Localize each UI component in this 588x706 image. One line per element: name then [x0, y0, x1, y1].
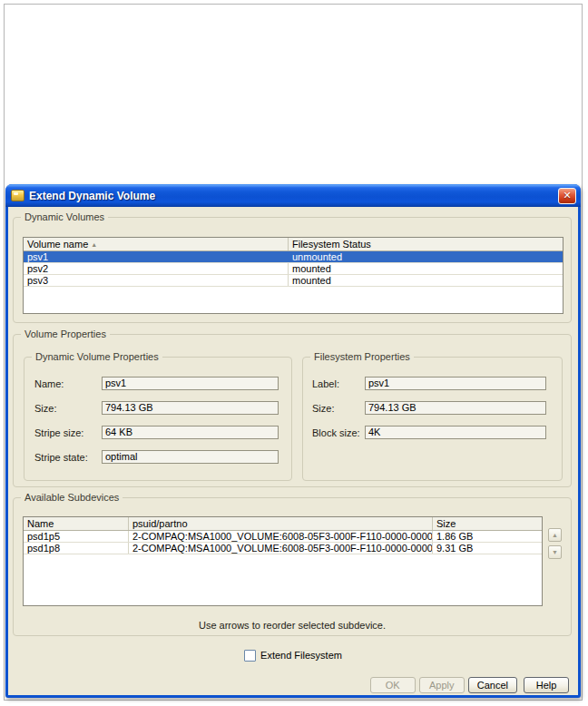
name-field[interactable]: psv1: [102, 377, 279, 390]
filesystem-properties-group: Filesystem Properties Label: psv1 Size: …: [302, 357, 563, 481]
column-header-psuid-partno-label: psuid/partno: [132, 518, 188, 529]
size-field[interactable]: 794.13 GB: [102, 401, 279, 415]
dynamic-volumes-group: Dynamic Volumes Volume name ▲ Filesystem…: [13, 217, 572, 323]
label-label: Label:: [312, 378, 365, 389]
name-row: Name: psv1: [24, 377, 291, 390]
window-icon: [11, 190, 24, 201]
dialog-body: Dynamic Volumes Volume name ▲ Filesystem…: [8, 207, 578, 695]
extend-filesystem-checkbox[interactable]: [244, 650, 256, 662]
label-row: Label: psv1: [303, 377, 562, 390]
filesystem-properties-group-label: Filesystem Properties: [310, 350, 414, 363]
sort-ascending-icon: ▲: [91, 241, 97, 248]
dynamic-volumes-group-label: Dynamic Volumes: [21, 211, 108, 223]
volume-properties-group-label: Volume Properties: [21, 328, 110, 340]
column-header-size[interactable]: Size: [433, 517, 542, 530]
stripe-size-field[interactable]: 64 KB: [102, 426, 279, 439]
block-size-label: Block size:: [312, 427, 365, 438]
subdevice-name-cell: psd1p5: [24, 531, 129, 542]
volume-name-cell: psv2: [24, 263, 289, 274]
volume-name-cell: psv3: [24, 275, 289, 286]
column-header-filesystem-status-label: Filesystem Status: [292, 239, 371, 250]
extend-filesystem-label: Extend Filesystem: [260, 650, 342, 661]
ok-button[interactable]: OK: [370, 677, 416, 693]
close-icon: ✕: [563, 190, 571, 201]
column-header-volume-name-label: Volume name: [27, 239, 88, 250]
stripe-size-label: Stripe size:: [34, 427, 102, 438]
fs-size-field[interactable]: 794.13 GB: [365, 401, 546, 415]
extend-dynamic-volume-dialog: Extend Dynamic Volume ✕ Dynamic Volumes …: [5, 184, 581, 698]
block-size-field[interactable]: 4K: [365, 426, 546, 439]
stripe-state-label: Stripe state:: [34, 452, 102, 463]
arrow-down-icon: ▼: [552, 549, 558, 555]
stripe-state-field[interactable]: optimal: [102, 450, 279, 464]
table-row-psv1[interactable]: psv1 unmounted: [24, 251, 563, 263]
column-header-volume-name[interactable]: Volume name ▲: [24, 238, 289, 250]
table-row-psv3[interactable]: psv3 mounted: [24, 275, 563, 287]
move-up-button[interactable]: ▲: [548, 528, 562, 542]
available-subdevices-group-label: Available Subdevices: [21, 491, 122, 504]
column-header-name[interactable]: Name: [24, 517, 129, 530]
volume-name-cell: psv1: [24, 251, 289, 262]
subdevice-name-cell: psd1p8: [24, 543, 129, 554]
fs-size-row: Size: 794.13 GB: [303, 401, 562, 415]
table-row-psv2[interactable]: psv2 mounted: [24, 263, 563, 275]
filesystem-status-cell: mounted: [289, 275, 563, 286]
cancel-button[interactable]: Cancel: [468, 677, 517, 693]
subdevice-psuid-cell: 2-COMPAQ:MSA1000_VOLUME:6008-05F3-000F-F…: [129, 531, 433, 542]
volumes-table-header: Volume name ▲ Filesystem Status: [24, 238, 563, 251]
button-row: OK Apply Cancel Help: [370, 677, 569, 693]
column-header-size-label: Size: [436, 518, 456, 529]
fs-size-label: Size:: [312, 403, 365, 414]
close-button[interactable]: ✕: [558, 188, 576, 204]
subdevice-psuid-cell: 2-COMPAQ:MSA1000_VOLUME:6008-05F3-000F-F…: [129, 543, 433, 554]
dynamic-volume-properties-group-label: Dynamic Volume Properties: [32, 350, 162, 363]
subdevice-size-cell: 9.31 GB: [433, 543, 542, 554]
help-button[interactable]: Help: [524, 677, 569, 693]
column-header-name-label: Name: [27, 518, 54, 529]
size-row: Size: 794.13 GB: [24, 401, 291, 415]
column-header-filesystem-status[interactable]: Filesystem Status: [289, 238, 563, 250]
reorder-hint-text: Use arrows to reorder selected subdevice…: [14, 620, 571, 631]
volumes-table: Volume name ▲ Filesystem Status psv1 unm…: [23, 237, 564, 314]
filesystem-status-cell: mounted: [289, 263, 563, 274]
subdevice-size-cell: 1.86 GB: [433, 531, 542, 542]
subdevices-table: Name psuid/partno Size psd1p5 2-COMPAQ:M…: [23, 516, 543, 606]
label-field[interactable]: psv1: [365, 377, 546, 390]
volume-properties-group: Volume Properties Dynamic Volume Propert…: [13, 334, 572, 487]
dynamic-volume-properties-group: Dynamic Volume Properties Name: psv1 Siz…: [24, 357, 292, 481]
block-size-row: Block size: 4K: [303, 426, 562, 439]
extend-filesystem-row: Extend Filesystem: [8, 648, 578, 662]
filesystem-status-cell: unmounted: [289, 251, 563, 262]
size-label: Size:: [34, 403, 102, 414]
subdevices-table-header: Name psuid/partno Size: [24, 517, 542, 531]
window-title: Extend Dynamic Volume: [29, 190, 554, 202]
stripe-size-row: Stripe size: 64 KB: [24, 426, 291, 439]
table-row-psd1p5[interactable]: psd1p5 2-COMPAQ:MSA1000_VOLUME:6008-05F3…: [24, 531, 542, 543]
column-header-psuid-partno[interactable]: psuid/partno: [129, 517, 433, 530]
name-label: Name:: [34, 378, 102, 389]
move-down-button[interactable]: ▼: [548, 545, 562, 559]
apply-button[interactable]: Apply: [419, 677, 465, 693]
table-row-psd1p8[interactable]: psd1p8 2-COMPAQ:MSA1000_VOLUME:6008-05F3…: [24, 543, 542, 554]
stripe-state-row: Stripe state: optimal: [24, 450, 291, 464]
title-bar[interactable]: Extend Dynamic Volume ✕: [5, 184, 581, 207]
available-subdevices-group: Available Subdevices Name psuid/partno S…: [13, 497, 572, 636]
arrow-up-icon: ▲: [552, 532, 558, 538]
